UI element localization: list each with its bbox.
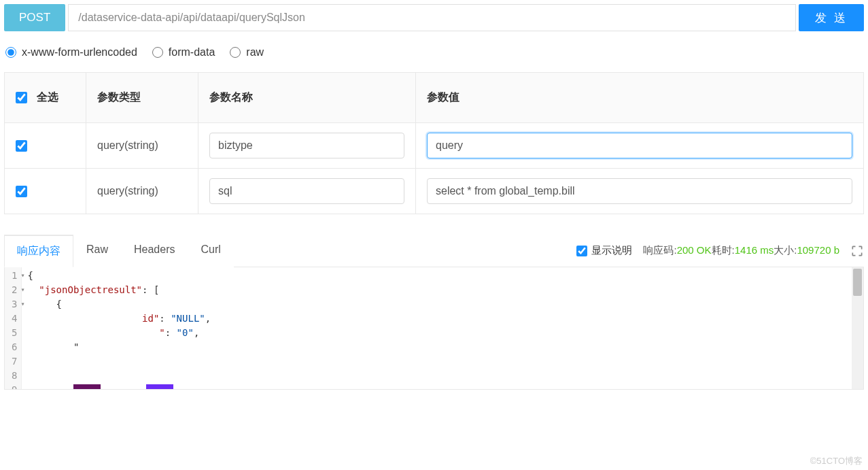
http-method-badge[interactable]: POST: [4, 4, 65, 31]
radio-formdata-input[interactable]: [152, 47, 163, 58]
meta-code-label: 响应码:: [643, 244, 676, 256]
meta-size-value: 109720 b: [797, 244, 839, 256]
show-description-toggle[interactable]: 显示说明: [576, 244, 632, 257]
radio-urlencoded[interactable]: x-www-form-urlencoded: [5, 46, 137, 58]
radio-formdata[interactable]: form-data: [152, 46, 215, 58]
json-key: jsonObjectresult: [45, 284, 137, 295]
param-name-input[interactable]: [209, 133, 404, 158]
radio-raw[interactable]: raw: [230, 46, 264, 58]
radio-urlencoded-label: x-www-form-urlencoded: [22, 46, 137, 58]
scrollbar-thumb[interactable]: [853, 269, 862, 296]
row-checkbox[interactable]: [16, 186, 27, 197]
request-bar: POST 发 送: [0, 0, 868, 31]
header-param-name: 参数名称: [198, 73, 416, 123]
line-gutter: 1 2 3 4 5 6 7 8 9: [5, 267, 22, 389]
radio-raw-label: raw: [246, 46, 264, 58]
code-content[interactable]: { "jsonObjectresult": [ { id": "NULL", "…: [22, 267, 863, 389]
response-tabs-row: 响应内容 Raw Headers Curl 显示说明 响应码:200 OK耗时:…: [4, 235, 864, 267]
meta-code-value: 200 OK: [677, 244, 712, 256]
param-name-input[interactable]: [209, 178, 404, 204]
header-param-type: 参数类型: [86, 73, 198, 123]
radio-formdata-label: form-data: [169, 46, 215, 58]
row-checkbox[interactable]: [16, 140, 27, 152]
show-description-checkbox[interactable]: [576, 246, 587, 256]
table-row: query(string): [5, 169, 864, 214]
vertical-scrollbar[interactable]: [852, 267, 863, 389]
select-all-label: 全选: [37, 91, 58, 103]
select-all-checkbox[interactable]: [16, 92, 27, 103]
response-meta: 响应码:200 OK耗时:1416 ms大小:109720 b: [643, 244, 839, 257]
show-description-label: 显示说明: [591, 244, 632, 257]
meta-time-value: 1416 ms: [735, 244, 774, 256]
radio-urlencoded-input[interactable]: [5, 47, 16, 58]
meta-size-label: 大小:: [774, 244, 797, 256]
param-value-input[interactable]: [427, 178, 852, 204]
params-table: 全选 参数类型 参数名称 参数值 query(string) query(str…: [4, 72, 864, 214]
param-type-cell: query(string): [86, 123, 198, 169]
header-select-all: 全选: [5, 73, 86, 123]
response-area: 响应内容 Raw Headers Curl 显示说明 响应码:200 OK耗时:…: [0, 235, 868, 390]
response-body-code: 1 2 3 4 5 6 7 8 9 { "jsonObjectresult": …: [4, 267, 864, 390]
meta-time-label: 耗时:: [712, 244, 735, 256]
json-key: id: [142, 313, 154, 324]
header-param-value: 参数值: [416, 73, 864, 123]
tab-raw[interactable]: Raw: [73, 235, 121, 267]
tab-response-content[interactable]: 响应内容: [4, 235, 73, 267]
tab-curl[interactable]: Curl: [188, 235, 234, 267]
fullscreen-icon[interactable]: [850, 244, 864, 258]
radio-raw-input[interactable]: [230, 47, 241, 58]
body-type-selector: x-www-form-urlencoded form-data raw: [0, 31, 868, 72]
send-button[interactable]: 发 送: [799, 4, 864, 31]
param-type-cell: query(string): [86, 169, 198, 214]
tab-headers[interactable]: Headers: [121, 235, 188, 267]
json-value: NULL: [177, 313, 200, 324]
url-input[interactable]: [68, 4, 796, 31]
table-row: query(string): [5, 123, 864, 169]
json-value: 0: [182, 327, 188, 338]
param-value-input[interactable]: [427, 133, 852, 158]
